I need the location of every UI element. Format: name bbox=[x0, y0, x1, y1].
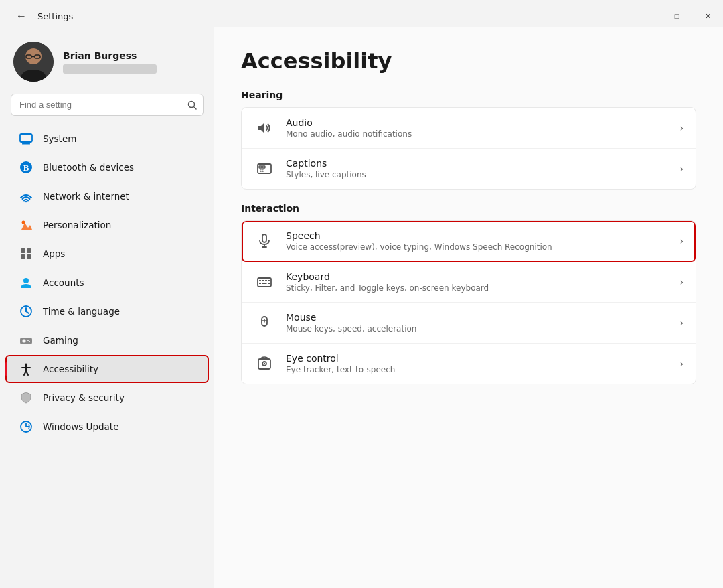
eye-control-row[interactable]: Eye control Eye tracker, text-to-speech … bbox=[242, 344, 696, 384]
search-box bbox=[11, 94, 204, 116]
captions-row[interactable]: CC Captions Styles, live captions › bbox=[242, 149, 696, 189]
mouse-text: Mouse Mouse keys, speed, acceleration bbox=[286, 312, 669, 334]
sidebar-item-apps[interactable]: Apps bbox=[5, 240, 209, 268]
mouse-title: Mouse bbox=[286, 312, 669, 323]
svg-point-13 bbox=[22, 221, 25, 224]
svg-rect-46 bbox=[262, 283, 267, 284]
sidebar-item-label: Privacy & security bbox=[43, 392, 195, 403]
speech-text: Speech Voice access(preview), voice typi… bbox=[286, 230, 669, 252]
bluetooth-icon: B bbox=[19, 160, 33, 175]
audio-chevron: › bbox=[679, 123, 684, 133]
svg-point-53 bbox=[264, 363, 265, 364]
sidebar-item-update[interactable]: Windows Update bbox=[5, 413, 209, 441]
sidebar-item-label: Accounts bbox=[43, 277, 195, 288]
avatar-image bbox=[13, 42, 54, 82]
nav-list: System B Bluetooth & devices bbox=[0, 124, 214, 441]
eye-control-chevron: › bbox=[679, 358, 684, 369]
sidebar-item-label: Time & language bbox=[43, 306, 195, 317]
sidebar-item-time[interactable]: Time & language bbox=[5, 297, 209, 325]
sidebar-item-network[interactable]: Network & internet bbox=[5, 182, 209, 210]
keyboard-text: Keyboard Sticky, Filter, and Toggle keys… bbox=[286, 271, 669, 293]
eye-control-icon bbox=[254, 353, 275, 374]
user-email bbox=[63, 64, 157, 74]
sidebar-item-privacy[interactable]: Privacy & security bbox=[5, 384, 209, 412]
svg-line-31 bbox=[26, 371, 28, 375]
sidebar-item-label: System bbox=[43, 133, 195, 144]
audio-text: Audio Mono audio, audio notifications bbox=[286, 117, 669, 139]
update-icon bbox=[19, 419, 33, 434]
interaction-section: Interaction Speech Voice access bbox=[241, 203, 696, 384]
sidebar-item-bluetooth[interactable]: B Bluetooth & devices bbox=[5, 153, 209, 181]
sidebar-item-system[interactable]: System bbox=[5, 125, 209, 153]
interaction-card: Speech Voice access(preview), voice typi… bbox=[241, 220, 696, 384]
close-button[interactable]: ✕ bbox=[692, 5, 723, 27]
eye-control-text: Eye control Eye tracker, text-to-speech bbox=[286, 353, 669, 374]
user-info: Brian Burgess bbox=[63, 50, 157, 74]
accessibility-icon bbox=[19, 362, 33, 376]
captions-text: Captions Styles, live captions bbox=[286, 158, 669, 179]
svg-rect-8 bbox=[23, 142, 29, 143]
sidebar-item-gaming[interactable]: Gaming bbox=[5, 326, 209, 354]
captions-icon: CC bbox=[254, 158, 275, 179]
eye-control-subtitle: Eye tracker, text-to-speech bbox=[286, 365, 669, 374]
titlebar-controls: — □ ✕ bbox=[631, 5, 723, 27]
svg-rect-9 bbox=[22, 143, 30, 145]
eye-control-title: Eye control bbox=[286, 353, 669, 364]
minimize-button[interactable]: — bbox=[631, 5, 661, 27]
sidebar-item-personalization[interactable]: Personalization bbox=[5, 211, 209, 239]
accounts-icon bbox=[19, 275, 33, 290]
captions-title: Captions bbox=[286, 158, 669, 169]
svg-rect-7 bbox=[20, 134, 32, 142]
search-input[interactable] bbox=[11, 94, 204, 116]
mouse-row[interactable]: Mouse Mouse keys, speed, acceleration › bbox=[242, 303, 696, 344]
svg-rect-41 bbox=[259, 280, 261, 281]
svg-text:CC: CC bbox=[260, 169, 264, 173]
user-profile: Brian Burgess bbox=[0, 35, 214, 94]
keyboard-row[interactable]: Keyboard Sticky, Filter, and Toggle keys… bbox=[242, 262, 696, 303]
privacy-icon bbox=[19, 390, 33, 405]
svg-rect-16 bbox=[21, 254, 25, 259]
sidebar-item-label: Accessibility bbox=[43, 364, 195, 374]
main-content: Accessibility Hearing Audio M bbox=[214, 27, 723, 588]
svg-rect-15 bbox=[27, 248, 31, 253]
titlebar: ← Settings — □ ✕ bbox=[0, 0, 723, 27]
speech-row[interactable]: Speech Voice access(preview), voice typi… bbox=[242, 221, 696, 262]
user-name: Brian Burgess bbox=[63, 50, 157, 61]
system-icon bbox=[19, 131, 33, 146]
titlebar-left: ← Settings bbox=[0, 5, 73, 27]
sidebar-item-accounts[interactable]: Accounts bbox=[5, 269, 209, 297]
keyboard-icon bbox=[254, 271, 275, 293]
svg-rect-44 bbox=[268, 280, 270, 281]
svg-text:B: B bbox=[23, 163, 29, 173]
speech-title: Speech bbox=[286, 230, 669, 241]
maximize-button[interactable]: □ bbox=[661, 5, 692, 27]
svg-rect-42 bbox=[262, 280, 264, 281]
sidebar-item-accessibility[interactable]: Accessibility bbox=[5, 355, 209, 383]
svg-rect-22 bbox=[20, 338, 32, 344]
keyboard-subtitle: Sticky, Filter, and Toggle keys, on-scre… bbox=[286, 283, 669, 293]
network-icon bbox=[19, 189, 33, 204]
svg-rect-47 bbox=[268, 283, 270, 284]
sidebar-item-label: Personalization bbox=[43, 220, 195, 230]
gaming-icon bbox=[19, 333, 33, 348]
audio-row[interactable]: Audio Mono audio, audio notifications › bbox=[242, 108, 696, 149]
hearing-section: Hearing Audio Mono audio, audio notifica… bbox=[241, 90, 696, 190]
speech-icon bbox=[254, 230, 275, 252]
mouse-subtitle: Mouse keys, speed, acceleration bbox=[286, 324, 669, 334]
back-button[interactable]: ← bbox=[11, 5, 32, 27]
sidebar-item-label: Windows Update bbox=[43, 421, 195, 432]
svg-rect-37 bbox=[262, 234, 266, 242]
hearing-section-title: Hearing bbox=[241, 90, 696, 100]
app-body: Brian Burgess bbox=[0, 27, 723, 588]
audio-icon bbox=[254, 117, 275, 139]
sidebar-item-label: Gaming bbox=[43, 335, 195, 346]
personalization-icon bbox=[19, 218, 33, 232]
captions-chevron: › bbox=[679, 163, 684, 174]
svg-rect-40 bbox=[258, 278, 271, 287]
apps-icon bbox=[19, 246, 33, 261]
svg-point-26 bbox=[29, 341, 30, 342]
svg-rect-43 bbox=[265, 280, 267, 281]
svg-rect-14 bbox=[21, 248, 25, 253]
titlebar-title: Settings bbox=[37, 11, 73, 21]
hearing-card: Audio Mono audio, audio notifications › … bbox=[241, 107, 696, 190]
